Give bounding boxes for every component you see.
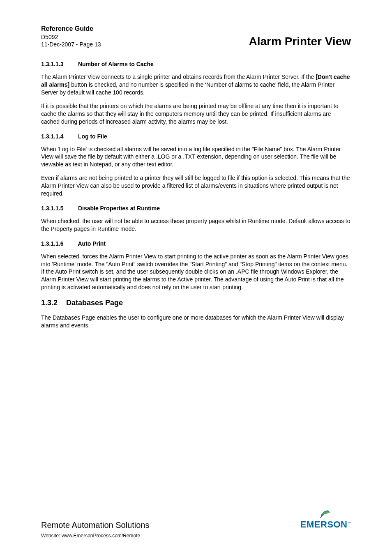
paragraph: When selected, forces the Alarm Printer … [41, 253, 351, 291]
website-url: Website: www.EmersonProcess.com/Remote [41, 533, 351, 539]
h2-title: Databases Page [66, 299, 123, 307]
logo-text: EMERSON [300, 519, 348, 530]
section-title: Auto Print [78, 240, 106, 247]
date-page: 11-Dec-2007 - Page 13 [41, 41, 101, 48]
trademark-symbol: ™ [348, 521, 351, 525]
h2-number: 1.3.2 [41, 299, 64, 307]
emerson-logo-text: EMERSON™ [300, 519, 351, 530]
page-header: Reference Guide D5092 11-Dec-2007 - Page… [41, 25, 351, 49]
header-row: Reference Guide D5092 11-Dec-2007 - Page… [41, 25, 351, 48]
paragraph: When checked, the user will not be able … [41, 217, 351, 233]
paragraph: Even if alarms are not being printed to … [41, 174, 351, 198]
page-title: Alarm Printer View [249, 35, 351, 48]
header-left: Reference Guide D5092 11-Dec-2007 - Page… [41, 25, 101, 48]
section-number: 1.3.1.1.4 [41, 133, 76, 140]
section-heading: 1.3.1.1.3 Number of Alarms to Cache [41, 61, 351, 67]
section-number: 1.3.1.1.5 [41, 205, 76, 212]
section-auto-print: 1.3.1.1.6 Auto Print When selected, forc… [41, 240, 351, 291]
section-log-to-file: 1.3.1.1.4 Log to File When 'Log to File'… [41, 133, 351, 198]
section-number: 1.3.1.1.6 [41, 240, 76, 247]
text-span: The Alarm Printer View connects to a sin… [41, 74, 316, 80]
section-heading: 1.3.1.1.6 Auto Print [41, 240, 351, 247]
text-span: button is checked, and no number is spec… [41, 81, 334, 96]
section-title: Log to File [78, 133, 107, 140]
section-heading: 1.3.1.1.4 Log to File [41, 133, 351, 140]
section-number: 1.3.1.1.3 [41, 61, 76, 67]
page-footer: Remote Automation Solutions EMERSON™ Web… [41, 508, 351, 539]
section-title: Disable Properties at Runtime [78, 205, 160, 212]
section-number-of-alarms: 1.3.1.1.3 Number of Alarms to Cache The … [41, 61, 351, 125]
paragraph: The Databases Page enables the user to c… [41, 314, 351, 329]
doc-id: D5092 [41, 33, 101, 41]
section-title: Number of Alarms to Cache [78, 61, 154, 67]
paragraph: When 'Log to File' is checked all alarms… [41, 145, 351, 169]
paragraph: The Alarm Printer View connects to a sin… [41, 73, 351, 97]
h2-heading: 1.3.2 Databases Page [41, 299, 351, 307]
paragraph: If it is possible that the printers on w… [41, 102, 351, 126]
reference-guide-label: Reference Guide [41, 25, 101, 33]
footer-row: Remote Automation Solutions EMERSON™ [41, 508, 351, 531]
section-disable-properties: 1.3.1.1.5 Disable Properties at Runtime … [41, 205, 351, 233]
section-databases-page: 1.3.2 Databases Page The Databases Page … [41, 299, 351, 329]
company-name: Remote Automation Solutions [41, 520, 150, 530]
emerson-logo: EMERSON™ [300, 508, 351, 530]
emerson-swoosh-icon [320, 508, 331, 518]
section-heading: 1.3.1.1.5 Disable Properties at Runtime [41, 205, 351, 212]
